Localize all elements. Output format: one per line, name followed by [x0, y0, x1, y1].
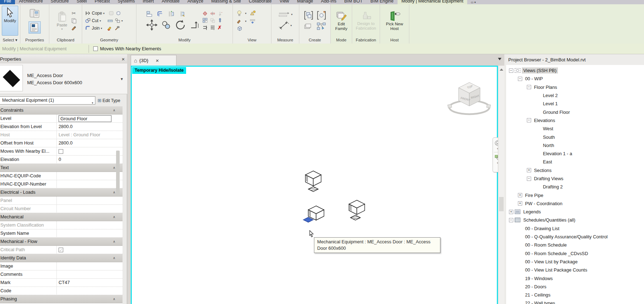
tree-item-label[interactable]: Elevation 1 - a	[541, 151, 574, 157]
join-button[interactable]: Join	[92, 26, 100, 31]
paint-icon[interactable]	[107, 26, 113, 31]
property-row[interactable]: Mechanical ∧	[0, 213, 123, 221]
property-value[interactable]	[57, 262, 114, 270]
tree-item-label[interactable]: Floor Plans	[533, 84, 559, 90]
view-tab-close-icon[interactable]: ×	[153, 57, 161, 64]
tree-item[interactable]: North	[506, 141, 644, 150]
property-row[interactable]: Host Level : Ground Floor	[0, 131, 123, 139]
tree-item-label[interactable]: Legends	[522, 209, 542, 215]
ribbon-tab[interactable]: Systems	[114, 0, 139, 4]
tree-item-label[interactable]: 21 - Ceilings	[524, 292, 552, 298]
tree-item[interactable]: 00 - View List Package Counts	[506, 266, 644, 274]
property-row[interactable]: Text ∧	[0, 164, 123, 172]
solid-box-icon[interactable]	[115, 11, 121, 16]
delete-icon[interactable]: ✗	[218, 25, 222, 30]
reveal-constraints-icon[interactable]	[249, 10, 256, 16]
tree-item[interactable]: + Fire Pipe	[506, 191, 644, 199]
cut-caret[interactable]: ▾	[100, 19, 101, 22]
properties-header[interactable]: Properties ×	[0, 54, 127, 64]
tree-item-label[interactable]: 20 - Doors	[524, 284, 548, 290]
property-value[interactable]	[57, 270, 114, 279]
type-selector-caret[interactable]: ▼	[120, 77, 124, 81]
tree-item-label[interactable]: Fire Pipe	[524, 192, 545, 198]
section-collapse-chevron[interactable]: ∧	[106, 166, 123, 169]
tree-expander-icon[interactable]: +	[509, 210, 513, 214]
property-row[interactable]: Electrical - Loads ∧	[0, 188, 123, 197]
hammer-icon[interactable]	[114, 26, 120, 31]
copy-icon[interactable]	[71, 18, 77, 24]
tree-item[interactable]: Level 2	[506, 91, 644, 100]
ribbon-tab[interactable]: Architecture	[15, 0, 47, 4]
tree-item[interactable]: West	[506, 125, 644, 133]
tree-item-label[interactable]: 19 - Windows	[524, 275, 554, 282]
panel-label-host[interactable]: Host	[380, 37, 409, 44]
create-group-icon[interactable]	[304, 11, 313, 20]
edit-type-button[interactable]: ⊞ Edit Type	[98, 96, 126, 105]
section-collapse-chevron[interactable]: ∧	[106, 215, 123, 219]
join-caret[interactable]: ▾	[101, 27, 102, 30]
tree-item-label[interactable]: 00 - Drawing List	[524, 226, 561, 232]
view-tab-3d[interactable]: ⌂ {3D} ×	[131, 55, 176, 66]
pin-icon[interactable]	[218, 18, 223, 23]
tree-item[interactable]: + Legends	[506, 208, 644, 216]
section-collapse-chevron[interactable]: ∧	[106, 256, 123, 260]
tree-item[interactable]: Elevation 1 - a	[506, 150, 644, 158]
move-icon[interactable]	[146, 19, 158, 31]
dimension-icon[interactable]	[279, 21, 289, 30]
tree-expander-icon[interactable]: +	[518, 193, 522, 197]
lightbulb-icon[interactable]	[236, 10, 242, 16]
viewcube[interactable]: TOP FRONT RIGHT	[446, 77, 493, 120]
property-row[interactable]: Image	[0, 262, 123, 270]
tree-item-label[interactable]: Views (SSH PB)	[522, 67, 558, 74]
property-value[interactable]	[57, 205, 114, 213]
mechanical-equipment-1[interactable]	[304, 170, 323, 194]
property-value[interactable]	[57, 147, 114, 156]
create-parts-icon[interactable]	[304, 23, 313, 30]
property-row[interactable]: Comments	[0, 270, 123, 279]
tree-expander-icon[interactable]: −	[527, 118, 531, 122]
cut-button[interactable]: Cut	[92, 18, 99, 23]
tree-item-label[interactable]: 00 - WIP	[524, 76, 544, 82]
ribbon-tab[interactable]: File	[0, 0, 15, 4]
section-collapse-chevron[interactable]: ∧	[106, 108, 123, 112]
ribbon-tab[interactable]: Modify | Mechanical Equipment	[398, 0, 467, 4]
panel-label-modify[interactable]: Modify	[136, 37, 233, 44]
panel-label-mode[interactable]: Mode	[331, 37, 352, 44]
property-value[interactable]	[57, 229, 114, 238]
modify-button[interactable]: Modify	[2, 6, 18, 36]
project-browser-title[interactable]: Project Browser - 2_BimBot Model.rvt	[506, 54, 644, 65]
moves-with-nearby-checkbox[interactable]	[93, 46, 98, 51]
tree-item[interactable]: 00 - View List by Package	[506, 258, 644, 266]
offset-icon[interactable]	[157, 11, 164, 17]
tree-item[interactable]: 00 - Room Schedule _CDvsSD	[506, 249, 644, 258]
temporary-hide-isolate-badge[interactable]: Temporary Hide/Isolate	[132, 67, 186, 74]
ribbon-tab[interactable]: Collaborate	[245, 0, 276, 4]
panel-label-fabrication[interactable]: Fabrication	[352, 37, 380, 44]
ribbon-tab[interactable]: Manage	[293, 0, 317, 4]
property-row[interactable]: Elevation 0	[0, 156, 123, 164]
cut-profile-icon[interactable]	[109, 11, 114, 16]
property-row[interactable]: Phasing ∧	[0, 295, 123, 303]
ribbon-tab[interactable]: Insert	[139, 0, 158, 4]
tree-item-label[interactable]: East	[541, 159, 554, 165]
tree-item[interactable]: Level 1	[506, 100, 644, 108]
edit-family-button[interactable]: Edit Family	[332, 10, 351, 31]
tree-item[interactable]: 00 - Room Schedule	[506, 241, 644, 249]
property-row[interactable]: Level Ground Floor	[0, 115, 123, 123]
design-to-fabrication-button[interactable]: Design to Fabrication	[353, 10, 379, 31]
property-row[interactable]: Constraints ∧	[0, 106, 123, 115]
geometry-extra-caret[interactable]: ▾	[121, 19, 123, 22]
property-value[interactable]: CT47	[57, 279, 114, 287]
property-row[interactable]: Offset from Host 2800.0	[0, 139, 123, 147]
linework-brush-icon[interactable]	[236, 19, 242, 24]
ribbon-tab[interactable]: View	[276, 0, 293, 4]
property-row[interactable]: Mark CT47	[0, 279, 123, 287]
tree-item-label[interactable]: 00 - View List by Package	[524, 259, 579, 265]
align-icon[interactable]	[146, 11, 153, 17]
ribbon-tab[interactable]: Precast	[91, 0, 114, 4]
cut-scissors-icon[interactable]: ✂	[71, 10, 77, 16]
tree-item-label[interactable]: PW - Coordination	[524, 201, 564, 207]
ribbon-tab[interactable]: Massing & Site	[207, 0, 245, 4]
measure-icon[interactable]	[278, 11, 290, 17]
linework-caret[interactable]: ▾	[245, 20, 246, 23]
